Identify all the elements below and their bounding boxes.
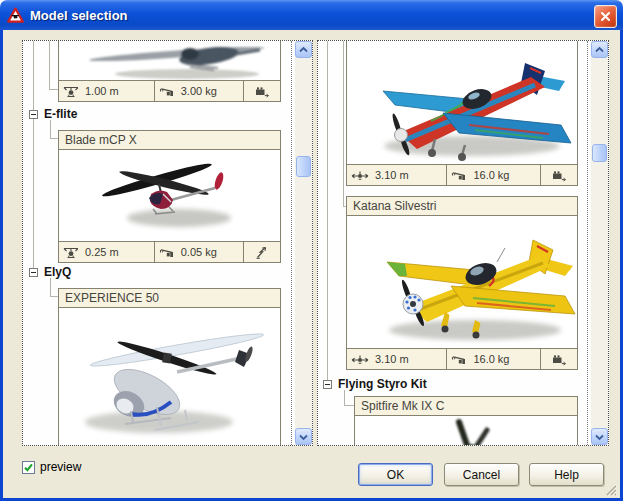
- spec-weight: 16.0 kg: [446, 349, 540, 369]
- dialog-content: 1.00 m 3.00 kg: [0, 30, 623, 501]
- tree-expander-elyq[interactable]: [29, 268, 38, 277]
- scroll-down-button[interactable]: [591, 428, 608, 445]
- model-image-blue-plane[interactable]: [347, 41, 577, 164]
- experience-50-image: [59, 308, 280, 445]
- chevron-up-icon: [594, 46, 605, 54]
- scroll-up-button[interactable]: [295, 41, 312, 58]
- electric-motor-icon: [255, 246, 270, 259]
- spec-row: [59, 445, 280, 446]
- engine-icon: [551, 353, 567, 366]
- spec-power: [540, 349, 577, 369]
- tree-line: [50, 120, 51, 139]
- left-scrollbar[interactable]: [295, 41, 312, 445]
- model-name[interactable]: Blade mCP X: [59, 131, 280, 150]
- tree-line: [50, 278, 51, 297]
- close-button[interactable]: [594, 5, 617, 28]
- chevron-down-icon: [298, 433, 309, 441]
- model-image-experience-50[interactable]: [59, 308, 280, 445]
- blade-mcp-x-image: [59, 150, 280, 241]
- chevron-up-icon: [298, 46, 309, 54]
- spec-weight: 0.05 kg: [154, 242, 243, 262]
- chevron-down-icon: [594, 433, 605, 441]
- checkmark-icon: [23, 462, 34, 473]
- scroll-separator: [587, 41, 588, 445]
- model-image-katana[interactable]: [347, 216, 577, 348]
- spec-weight-value: 16.0 kg: [473, 353, 509, 365]
- spec-row: 3.10 m 16.0 kg: [347, 164, 577, 185]
- spec-size-value: 0.25 m: [85, 246, 119, 258]
- katana-silvestri-image: [347, 216, 577, 348]
- model-card-spitfire[interactable]: Spitfire Mk IX C: [354, 396, 578, 446]
- spec-power: [540, 165, 577, 185]
- weight-scale-icon: [159, 85, 175, 98]
- spitfire-image: [355, 416, 577, 446]
- spec-row: 0.25 m 0.05 kg: [59, 241, 280, 262]
- model-card-experience-50[interactable]: EXPERIENCE 50: [58, 288, 281, 446]
- ok-button[interactable]: OK: [358, 463, 433, 486]
- spec-size-value: 1.00 m: [85, 85, 119, 97]
- preview-checkbox[interactable]: [22, 461, 35, 474]
- engine-icon: [551, 169, 567, 182]
- model-card-katana-silvestri[interactable]: Katana Silvestri: [346, 196, 578, 370]
- model-card-partial-heli[interactable]: 1.00 m 3.00 kg: [58, 41, 281, 102]
- preview-checkbox-label[interactable]: preview: [40, 460, 81, 474]
- model-card-partial-plane[interactable]: 3.10 m 16.0 kg: [346, 41, 578, 186]
- model-image-gray-helicopter[interactable]: [59, 41, 280, 80]
- tree-line: [50, 296, 58, 297]
- cancel-button[interactable]: Cancel: [444, 463, 519, 486]
- spec-size: 3.10 m: [347, 165, 446, 185]
- scroll-thumb[interactable]: [296, 156, 311, 177]
- scroll-thumb[interactable]: [592, 144, 607, 162]
- tree-line: [344, 405, 354, 406]
- tree-expander-flying-styro-kit[interactable]: [323, 380, 332, 389]
- group-label-elyq[interactable]: ElyQ: [44, 265, 71, 279]
- model-image-blade-mcp-x[interactable]: [59, 150, 280, 241]
- resize-grip[interactable]: [604, 482, 618, 496]
- group-label-e-flite[interactable]: E-flite: [44, 107, 77, 121]
- spec-power: [243, 242, 280, 262]
- wingspan-icon: [351, 353, 369, 366]
- weight-scale-icon: [451, 169, 467, 182]
- window-title: Model selection: [30, 8, 128, 23]
- model-name[interactable]: Katana Silvestri: [347, 197, 577, 216]
- spec-weight-value: 16.0 kg: [473, 169, 509, 181]
- spec-size-value: 3.10 m: [375, 353, 409, 365]
- spec-weight: 16.0 kg: [446, 165, 540, 185]
- rotor-diameter-icon: [63, 85, 79, 98]
- model-list-right[interactable]: 3.10 m 16.0 kg: [317, 40, 609, 446]
- spec-power: [243, 81, 280, 101]
- wingspan-icon: [351, 169, 369, 182]
- tree-line: [50, 138, 58, 139]
- model-list-left[interactable]: 1.00 m 3.00 kg: [22, 40, 313, 446]
- tree-line: [343, 41, 344, 207]
- tree-expander-e-flite[interactable]: [29, 110, 38, 119]
- tree-line: [49, 41, 50, 90]
- right-scrollbar[interactable]: [591, 41, 608, 445]
- spec-weight-value: 3.00 kg: [181, 85, 217, 97]
- model-image-spitfire[interactable]: [355, 416, 577, 446]
- gray-helicopter-image: [59, 41, 280, 80]
- help-button[interactable]: Help: [529, 463, 604, 486]
- blue-red-aerobatic-plane-image: [347, 41, 577, 164]
- model-selection-dialog: Model selection: [0, 0, 623, 501]
- scroll-up-button[interactable]: [591, 41, 608, 58]
- engine-icon: [254, 85, 270, 98]
- model-name[interactable]: Spitfire Mk IX C: [355, 397, 577, 416]
- spec-size: 1.00 m: [59, 81, 154, 101]
- model-name[interactable]: EXPERIENCE 50: [59, 289, 280, 308]
- spec-size-value: 3.10 m: [375, 169, 409, 181]
- close-icon: [599, 10, 612, 23]
- weight-scale-icon: [159, 246, 175, 259]
- app-icon: [7, 7, 24, 24]
- tree-line: [344, 390, 345, 406]
- rotor-diameter-icon: [63, 246, 79, 259]
- tree-line: [327, 41, 328, 385]
- spec-weight: 3.00 kg: [154, 81, 243, 101]
- group-label-flying-styro-kit[interactable]: Flying Styro Kit: [338, 377, 427, 391]
- model-card-blade-mcp-x[interactable]: Blade mCP X: [58, 130, 281, 263]
- spec-row: 1.00 m 3.00 kg: [59, 80, 280, 101]
- titlebar[interactable]: Model selection: [0, 0, 623, 30]
- spec-size: 0.25 m: [59, 242, 154, 262]
- scroll-down-button[interactable]: [295, 428, 312, 445]
- tree-line: [33, 41, 34, 273]
